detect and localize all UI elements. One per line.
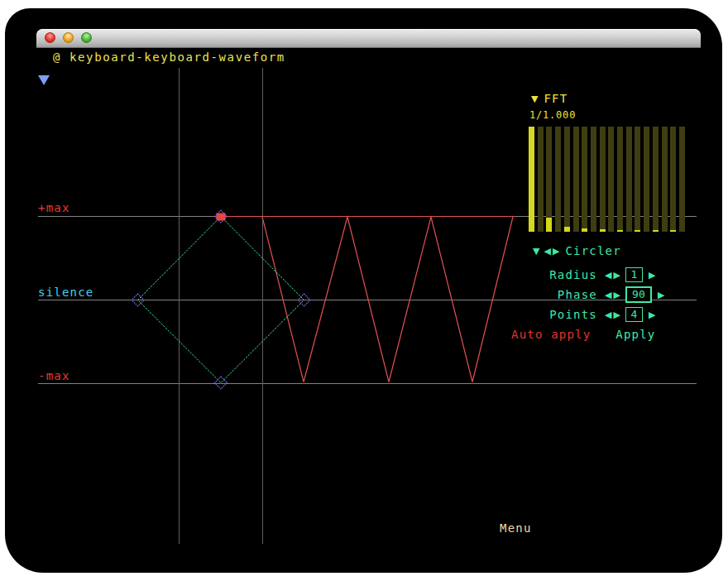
radius-increment-icon[interactable]: ▶: [613, 271, 620, 280]
points-step-icon[interactable]: ▶: [649, 310, 655, 319]
points-value-field[interactable]: 4: [625, 307, 643, 322]
fft-bar: [538, 127, 544, 232]
fft-bar-value: [670, 230, 676, 232]
phase-value-field[interactable]: 90: [625, 286, 652, 303]
fft-bar-value: [546, 218, 552, 232]
fft-bar-chart: [529, 127, 687, 232]
circler-prev-tool-icon[interactable]: ◀: [544, 247, 550, 256]
silence-label: silence: [38, 286, 93, 299]
fft-bar: [635, 127, 640, 232]
fft-scale-label: 1/1.000: [529, 109, 576, 121]
fft-bar-value: [564, 227, 570, 232]
fft-bar: [573, 127, 579, 232]
fft-bar: [555, 127, 561, 232]
max-plus-label: +max: [38, 201, 70, 214]
screen: @ keyboard-keyboard-waveform +max silenc…: [0, 0, 728, 581]
fft-title: FFT: [544, 92, 568, 105]
circler-next-tool-icon[interactable]: ▶: [553, 247, 559, 256]
fft-bar: [662, 127, 668, 232]
fft-bar: [626, 127, 632, 232]
fft-bar: [617, 127, 623, 232]
radius-row: Radius ◀ ▶ 1 ▶: [505, 266, 655, 283]
fft-bar: [582, 127, 587, 232]
fft-bar: [546, 127, 552, 232]
fft-bar: [591, 127, 596, 232]
phase-row: Phase ◀ ▶ 90 ▶: [505, 286, 664, 303]
fft-bar-value: [617, 230, 623, 232]
fft-bar-value: [600, 229, 606, 232]
circler-panel-header: ▼ ◀ ▶ Circler: [533, 244, 621, 257]
fft-bar: [564, 127, 570, 232]
fft-bar: [600, 127, 606, 232]
phase-decrement-icon[interactable]: ◀: [605, 290, 611, 300]
circler-collapse-icon[interactable]: ▼: [533, 247, 539, 256]
phase-step-icon[interactable]: ▶: [658, 290, 664, 300]
max-minus-label: -max: [38, 369, 70, 382]
points-decrement-icon[interactable]: ◀: [605, 310, 611, 319]
app-window: @ keyboard-keyboard-waveform +max silenc…: [5, 8, 722, 573]
fft-bar: [670, 127, 676, 232]
fft-bar: [529, 127, 534, 232]
radius-label: Radius: [505, 268, 597, 281]
phase-increment-icon[interactable]: ▶: [613, 290, 620, 300]
fft-bar-value: [582, 228, 587, 232]
fft-bar: [608, 127, 614, 232]
radius-step-icon[interactable]: ▶: [649, 271, 655, 280]
waveform-triangle-wave: [262, 217, 513, 382]
fft-bar-value: [635, 230, 640, 232]
points-increment-icon[interactable]: ▶: [613, 310, 620, 319]
circler-title: Circler: [565, 244, 620, 257]
auto-apply-button[interactable]: Auto apply: [511, 328, 591, 341]
phase-label: Phase: [505, 288, 597, 301]
radius-value-field[interactable]: 1: [625, 267, 643, 282]
apply-button[interactable]: Apply: [615, 328, 655, 341]
fft-bar: [644, 127, 649, 232]
points-row: Points ◀ ▶ 4 ▶: [505, 306, 655, 323]
fft-bar: [679, 127, 685, 232]
shape-handle[interactable]: [215, 377, 228, 389]
fft-bar: [653, 127, 659, 232]
fft-bar-value: [529, 127, 534, 232]
menu-button[interactable]: Menu: [500, 521, 532, 535]
radius-decrement-icon[interactable]: ◀: [605, 271, 611, 280]
fft-collapse-icon[interactable]: ▼: [531, 94, 538, 103]
fft-bar-value: [653, 230, 659, 232]
points-label: Points: [505, 308, 597, 321]
circler-buttons-row: Auto apply Apply: [511, 328, 655, 341]
fft-panel-header: ▼ FFT: [531, 92, 568, 105]
